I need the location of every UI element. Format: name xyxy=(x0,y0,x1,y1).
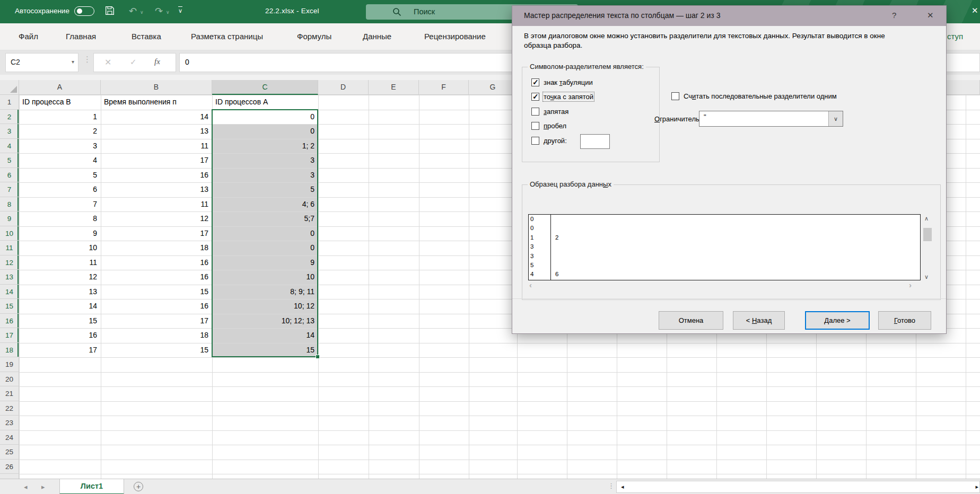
cell[interactable]: 18 xyxy=(101,241,211,255)
cell[interactable]: 13 xyxy=(101,182,211,197)
checkbox-semicolon-delimiter[interactable]: точка с запятой xyxy=(531,91,593,102)
undo-icon[interactable]: ↶ xyxy=(129,5,137,17)
column-header-g[interactable]: G xyxy=(469,80,517,95)
row-header[interactable]: 15 xyxy=(0,299,19,314)
row-header[interactable]: 17 xyxy=(0,328,19,343)
scrollbar-thumb[interactable] xyxy=(923,228,932,241)
column-header-b[interactable]: B xyxy=(101,80,212,95)
checkbox-space-delimiter[interactable]: пробел xyxy=(531,120,566,131)
dialog-title-bar[interactable]: Мастер распределения текста по столбцам … xyxy=(512,6,946,26)
confirm-entry-icon[interactable]: ✓ xyxy=(130,57,137,67)
column-header-d[interactable]: D xyxy=(318,80,369,95)
row-header[interactable]: 25 xyxy=(0,445,19,460)
checkbox-treat-consecutive[interactable]: Считать последовательные разделители одн… xyxy=(671,91,837,101)
row-header[interactable]: 14 xyxy=(0,285,19,299)
cell[interactable]: 5;7 xyxy=(213,211,317,226)
share-button-clipped[interactable]: ступ xyxy=(947,32,963,41)
cell[interactable]: 15 xyxy=(20,314,100,329)
redo-icon[interactable]: ↷ xyxy=(155,5,163,17)
fill-handle[interactable] xyxy=(316,355,320,359)
column-header-e[interactable]: E xyxy=(369,80,419,95)
select-all-corner[interactable] xyxy=(0,80,19,95)
cell[interactable]: 13 xyxy=(20,285,100,299)
cell[interactable]: ID процессов A xyxy=(213,95,317,110)
sheet-tab[interactable]: Лист1 xyxy=(59,479,124,494)
cell[interactable]: 10 xyxy=(213,270,317,285)
cell[interactable]: 10 xyxy=(20,241,100,255)
cell[interactable]: 3 xyxy=(213,153,317,168)
cell[interactable]: 14 xyxy=(101,110,211,125)
row-header[interactable]: 11 xyxy=(0,241,19,255)
row-header[interactable]: 18 xyxy=(0,343,19,358)
hscroll-left-icon[interactable]: ◂ xyxy=(621,483,624,490)
tab-formulas[interactable]: Формулы xyxy=(297,32,331,41)
row-header[interactable]: 1 xyxy=(0,95,19,110)
horizontal-scrollbar[interactable]: ◂ ▸ xyxy=(616,481,980,493)
tab-insert[interactable]: Вставка xyxy=(132,32,161,41)
row-header[interactable]: 7 xyxy=(0,182,19,197)
preview-scroll-right-icon[interactable]: › xyxy=(909,280,912,289)
column-header-a[interactable]: A xyxy=(19,80,101,95)
cell[interactable]: 7 xyxy=(20,197,100,212)
hscroll-right-icon[interactable]: ▸ xyxy=(975,483,978,490)
cell[interactable]: 5 xyxy=(20,168,100,183)
column-header-f[interactable]: F xyxy=(419,80,469,95)
insert-function-icon[interactable]: fx xyxy=(154,57,160,66)
cell[interactable]: 14 xyxy=(213,328,317,343)
scroll-up-icon[interactable]: ∧ xyxy=(924,215,929,222)
cell[interactable]: 9 xyxy=(213,255,317,270)
scroll-down-icon[interactable]: ∨ xyxy=(924,274,929,280)
finish-button[interactable]: Готово xyxy=(878,311,931,330)
cell[interactable]: 17 xyxy=(101,226,211,241)
redo-dropdown-icon[interactable]: ∨ xyxy=(166,10,170,15)
cell[interactable]: 11 xyxy=(101,139,211,154)
row-header[interactable]: 24 xyxy=(0,430,19,445)
row-header[interactable]: 22 xyxy=(0,401,19,416)
data-preview-box[interactable]: 0 0 12 3 3 5 46 xyxy=(528,214,921,280)
cell[interactable]: 0 xyxy=(213,226,317,241)
cell[interactable]: 15 xyxy=(101,285,211,299)
row-header[interactable]: 16 xyxy=(0,314,19,329)
checkbox-tab-delimiter[interactable]: знак табуляции xyxy=(531,77,593,87)
tab-file[interactable]: Файл xyxy=(19,32,38,41)
name-box-dropdown-icon[interactable]: ▾ xyxy=(72,59,74,65)
next-button[interactable]: Далее > xyxy=(805,311,870,330)
tab-review[interactable]: Рецензирование xyxy=(424,32,486,41)
cell[interactable]: 0 xyxy=(213,124,317,139)
cell[interactable]: 3 xyxy=(20,139,100,154)
save-icon[interactable] xyxy=(105,6,115,17)
cell[interactable]: ID процесса B xyxy=(20,95,100,110)
cell[interactable]: 8 xyxy=(20,211,100,226)
cell[interactable]: 17 xyxy=(101,314,211,329)
row-header[interactable]: 20 xyxy=(0,372,19,387)
row-header[interactable]: 19 xyxy=(0,357,19,372)
cell[interactable]: 0 xyxy=(213,241,317,255)
autosave-toggle[interactable] xyxy=(74,6,94,16)
preview-scroll-left-icon[interactable]: ‹ xyxy=(529,280,532,289)
tab-home[interactable]: Главная xyxy=(66,32,96,41)
row-header[interactable]: 9 xyxy=(0,211,19,226)
row-header[interactable]: 10 xyxy=(0,226,19,241)
row-header[interactable]: 21 xyxy=(0,386,19,401)
row-header[interactable]: 13 xyxy=(0,270,19,285)
cell[interactable]: 16 xyxy=(101,270,211,285)
cell[interactable]: 11 xyxy=(20,255,100,270)
row-header[interactable]: 26 xyxy=(0,460,19,474)
customize-toolbar-icon[interactable]: ∨ xyxy=(178,6,182,13)
cancel-button[interactable]: Отмена xyxy=(659,311,723,330)
dialog-close-icon[interactable]: ✕ xyxy=(927,11,934,20)
row-header[interactable]: 3 xyxy=(0,124,19,139)
checkbox-comma-delimiter[interactable]: запятая xyxy=(531,106,568,117)
cell[interactable]: 4; 6 xyxy=(213,197,317,212)
preview-column-divider[interactable] xyxy=(550,215,551,280)
undo-dropdown-icon[interactable]: ∨ xyxy=(140,10,144,15)
cell[interactable]: 16 xyxy=(101,255,211,270)
cell[interactable]: Время выполнения п xyxy=(101,95,211,110)
cell[interactable]: 17 xyxy=(101,153,211,168)
text-qualifier-combo[interactable]: " ∨ xyxy=(699,111,843,127)
cell[interactable]: 15 xyxy=(213,343,317,358)
combo-dropdown-icon[interactable]: ∨ xyxy=(828,111,843,126)
cell[interactable]: 5 xyxy=(213,182,317,197)
cell[interactable]: 13 xyxy=(101,124,211,139)
row-header[interactable]: 5 xyxy=(0,153,19,168)
